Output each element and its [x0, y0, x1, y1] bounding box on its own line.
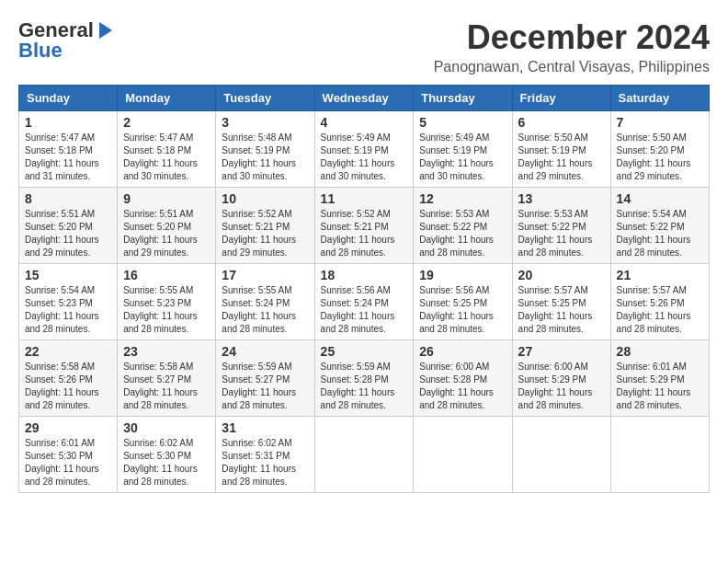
page-header: General Blue December 2024 Panognawan, C…: [18, 18, 710, 75]
calendar-cell: 22 Sunrise: 5:58 AM Sunset: 5:26 PM Dayl…: [19, 340, 118, 417]
logo-blue: Blue: [18, 39, 63, 63]
calendar-cell: 29 Sunrise: 6:01 AM Sunset: 5:30 PM Dayl…: [19, 417, 118, 493]
day-number: 19: [419, 268, 506, 282]
day-number: 29: [25, 420, 111, 435]
calendar-cell: 14 Sunrise: 5:54 AM Sunset: 5:22 PM Dayl…: [610, 188, 709, 264]
day-info: Sunrise: 5:52 AM Sunset: 5:21 PM Dayligh…: [222, 208, 308, 259]
calendar-cell: 15 Sunrise: 5:54 AM Sunset: 5:23 PM Dayl…: [19, 264, 118, 340]
calendar-cell: 17 Sunrise: 5:55 AM Sunset: 5:24 PM Dayl…: [216, 264, 314, 340]
day-number: 9: [123, 191, 210, 206]
calendar-cell: 27 Sunrise: 6:00 AM Sunset: 5:29 PM Dayl…: [512, 340, 610, 417]
day-info: Sunrise: 5:58 AM Sunset: 5:26 PM Dayligh…: [25, 361, 111, 412]
calendar-cell: [314, 417, 414, 493]
calendar-cell: 31 Sunrise: 6:02 AM Sunset: 5:31 PM Dayl…: [216, 417, 314, 493]
day-number: 5: [419, 115, 506, 130]
calendar-week-4: 22 Sunrise: 5:58 AM Sunset: 5:26 PM Dayl…: [19, 340, 710, 417]
day-number: 17: [222, 268, 308, 282]
day-info: Sunrise: 6:02 AM Sunset: 5:31 PM Dayligh…: [222, 437, 308, 488]
logo: General Blue: [18, 18, 116, 63]
day-number: 6: [518, 115, 605, 130]
day-number: 28: [617, 344, 703, 359]
title-section: December 2024 Panognawan, Central Visaya…: [434, 18, 710, 75]
day-info: Sunrise: 5:57 AM Sunset: 5:25 PM Dayligh…: [518, 284, 605, 336]
day-info: Sunrise: 5:52 AM Sunset: 5:21 PM Dayligh…: [321, 208, 408, 259]
day-number: 14: [617, 191, 703, 206]
day-number: 24: [222, 344, 308, 359]
month-title: December 2024: [434, 18, 710, 57]
day-number: 26: [419, 344, 506, 359]
day-number: 1: [25, 115, 111, 130]
calendar-cell: 7 Sunrise: 5:50 AM Sunset: 5:20 PM Dayli…: [610, 111, 709, 188]
day-number: 23: [123, 344, 210, 359]
day-number: 16: [123, 268, 210, 282]
calendar-header-row: Sunday Monday Tuesday Wednesday Thursday…: [19, 86, 710, 111]
calendar-cell: 19 Sunrise: 5:56 AM Sunset: 5:25 PM Dayl…: [414, 264, 512, 340]
day-number: 3: [222, 115, 308, 130]
day-info: Sunrise: 6:01 AM Sunset: 5:29 PM Dayligh…: [617, 361, 703, 412]
day-number: 21: [617, 268, 703, 282]
day-info: Sunrise: 5:56 AM Sunset: 5:24 PM Dayligh…: [321, 284, 408, 336]
col-monday: Monday: [118, 86, 216, 111]
day-number: 10: [222, 191, 308, 206]
calendar-cell: 30 Sunrise: 6:02 AM Sunset: 5:30 PM Dayl…: [118, 417, 216, 493]
day-info: Sunrise: 6:02 AM Sunset: 5:30 PM Dayligh…: [123, 437, 210, 488]
calendar-cell: 10 Sunrise: 5:52 AM Sunset: 5:21 PM Dayl…: [216, 188, 314, 264]
col-thursday: Thursday: [414, 86, 512, 111]
day-info: Sunrise: 5:59 AM Sunset: 5:27 PM Dayligh…: [222, 361, 308, 412]
day-info: Sunrise: 6:00 AM Sunset: 5:29 PM Dayligh…: [518, 361, 605, 412]
calendar-cell: 4 Sunrise: 5:49 AM Sunset: 5:19 PM Dayli…: [314, 111, 414, 188]
col-friday: Friday: [512, 86, 610, 111]
calendar-cell: 21 Sunrise: 5:57 AM Sunset: 5:26 PM Dayl…: [610, 264, 709, 340]
day-info: Sunrise: 6:01 AM Sunset: 5:30 PM Dayligh…: [25, 437, 111, 488]
day-info: Sunrise: 5:47 AM Sunset: 5:18 PM Dayligh…: [25, 132, 111, 183]
col-saturday: Saturday: [610, 86, 709, 111]
calendar-week-5: 29 Sunrise: 6:01 AM Sunset: 5:30 PM Dayl…: [19, 417, 710, 493]
day-info: Sunrise: 5:59 AM Sunset: 5:28 PM Dayligh…: [321, 361, 408, 412]
calendar-cell: 1 Sunrise: 5:47 AM Sunset: 5:18 PM Dayli…: [19, 111, 118, 188]
calendar-cell: 5 Sunrise: 5:49 AM Sunset: 5:19 PM Dayli…: [414, 111, 512, 188]
calendar-cell: 23 Sunrise: 5:58 AM Sunset: 5:27 PM Dayl…: [118, 340, 216, 417]
day-number: 22: [25, 344, 111, 359]
calendar-cell: 8 Sunrise: 5:51 AM Sunset: 5:20 PM Dayli…: [19, 188, 118, 264]
day-number: 13: [518, 191, 605, 206]
day-info: Sunrise: 5:55 AM Sunset: 5:23 PM Dayligh…: [123, 284, 210, 336]
calendar-cell: 2 Sunrise: 5:47 AM Sunset: 5:18 PM Dayli…: [118, 111, 216, 188]
calendar-cell: 20 Sunrise: 5:57 AM Sunset: 5:25 PM Dayl…: [512, 264, 610, 340]
calendar-cell: 3 Sunrise: 5:48 AM Sunset: 5:19 PM Dayli…: [216, 111, 314, 188]
day-info: Sunrise: 5:55 AM Sunset: 5:24 PM Dayligh…: [222, 284, 308, 336]
day-number: 12: [419, 191, 506, 206]
day-info: Sunrise: 5:49 AM Sunset: 5:19 PM Dayligh…: [419, 132, 506, 183]
calendar-table: Sunday Monday Tuesday Wednesday Thursday…: [18, 85, 710, 493]
day-info: Sunrise: 5:51 AM Sunset: 5:20 PM Dayligh…: [123, 208, 210, 259]
day-number: 11: [321, 191, 408, 206]
calendar-week-3: 15 Sunrise: 5:54 AM Sunset: 5:23 PM Dayl…: [19, 264, 710, 340]
calendar-cell: 6 Sunrise: 5:50 AM Sunset: 5:19 PM Dayli…: [512, 111, 610, 188]
day-number: 4: [321, 115, 408, 130]
day-info: Sunrise: 5:51 AM Sunset: 5:20 PM Dayligh…: [25, 208, 111, 259]
col-sunday: Sunday: [19, 86, 118, 111]
day-number: 15: [25, 268, 111, 282]
day-number: 18: [321, 268, 408, 282]
calendar-cell: 13 Sunrise: 5:53 AM Sunset: 5:22 PM Dayl…: [512, 188, 610, 264]
day-info: Sunrise: 5:56 AM Sunset: 5:25 PM Dayligh…: [419, 284, 506, 336]
calendar-cell: [414, 417, 512, 493]
calendar-cell: 28 Sunrise: 6:01 AM Sunset: 5:29 PM Dayl…: [610, 340, 709, 417]
day-info: Sunrise: 5:58 AM Sunset: 5:27 PM Dayligh…: [123, 361, 210, 412]
day-info: Sunrise: 5:47 AM Sunset: 5:18 PM Dayligh…: [123, 132, 210, 183]
day-info: Sunrise: 6:00 AM Sunset: 5:28 PM Dayligh…: [419, 361, 506, 412]
day-info: Sunrise: 5:53 AM Sunset: 5:22 PM Dayligh…: [518, 208, 605, 259]
svg-marker-0: [99, 22, 112, 39]
calendar-cell: 11 Sunrise: 5:52 AM Sunset: 5:21 PM Dayl…: [314, 188, 414, 264]
logo-icon: [96, 20, 116, 40]
day-info: Sunrise: 5:49 AM Sunset: 5:19 PM Dayligh…: [321, 132, 408, 183]
day-number: 31: [222, 420, 308, 435]
calendar-cell: 12 Sunrise: 5:53 AM Sunset: 5:22 PM Dayl…: [414, 188, 512, 264]
calendar-cell: 18 Sunrise: 5:56 AM Sunset: 5:24 PM Dayl…: [314, 264, 414, 340]
calendar-cell: [610, 417, 709, 493]
day-info: Sunrise: 5:54 AM Sunset: 5:23 PM Dayligh…: [25, 284, 111, 336]
calendar-week-1: 1 Sunrise: 5:47 AM Sunset: 5:18 PM Dayli…: [19, 111, 710, 188]
calendar-week-2: 8 Sunrise: 5:51 AM Sunset: 5:20 PM Dayli…: [19, 188, 710, 264]
day-info: Sunrise: 5:50 AM Sunset: 5:19 PM Dayligh…: [518, 132, 605, 183]
day-number: 27: [518, 344, 605, 359]
day-info: Sunrise: 5:48 AM Sunset: 5:19 PM Dayligh…: [222, 132, 308, 183]
